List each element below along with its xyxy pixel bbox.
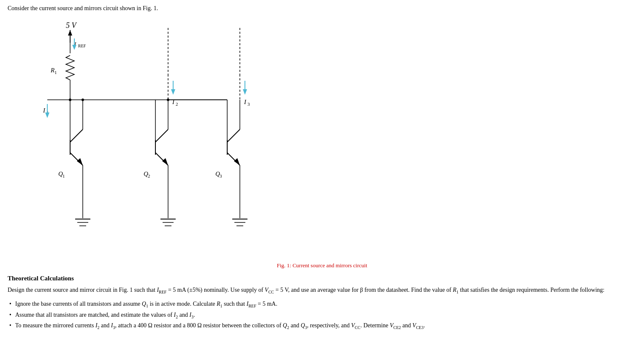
bullet-3: To measure the mirrored currents I2 and …	[8, 321, 624, 331]
svg-text:2: 2	[176, 101, 178, 107]
circuit-diagram: 5 V I REF R 1 I 1	[20, 15, 282, 261]
svg-text:I: I	[244, 99, 247, 105]
svg-marker-62	[243, 89, 247, 95]
svg-text:1: 1	[54, 70, 57, 75]
svg-marker-25	[77, 158, 83, 165]
svg-text:R: R	[50, 67, 54, 74]
body-paragraph: Design the current source and mirror cir…	[8, 285, 624, 295]
fig-caption: Fig. 1: Current source and mirrors circu…	[8, 262, 636, 269]
intro-text: Consider the current source and mirrors …	[8, 5, 636, 12]
svg-text:2: 2	[148, 173, 150, 178]
svg-point-27	[82, 99, 84, 101]
svg-line-55	[227, 129, 240, 142]
svg-text:3: 3	[220, 173, 222, 178]
svg-text:REF: REF	[78, 44, 86, 48]
svg-marker-44	[171, 89, 175, 95]
bullet-2: Assume that all transistors are matched,…	[8, 310, 624, 320]
svg-marker-38	[162, 158, 168, 165]
svg-text:5 V: 5 V	[66, 21, 77, 30]
svg-line-23	[70, 129, 83, 142]
svg-marker-6	[72, 45, 76, 50]
svg-marker-57	[234, 158, 240, 165]
bullet-list: Ignore the base currents of all transist…	[8, 299, 624, 331]
svg-text:1: 1	[62, 173, 65, 178]
svg-text:3: 3	[247, 101, 250, 107]
svg-text:I: I	[43, 107, 46, 114]
bullet-1: Ignore the base currents of all transist…	[8, 299, 624, 309]
svg-marker-14	[45, 112, 49, 118]
svg-line-36	[155, 129, 168, 142]
section-title: Theoretical Calculations	[8, 275, 636, 282]
